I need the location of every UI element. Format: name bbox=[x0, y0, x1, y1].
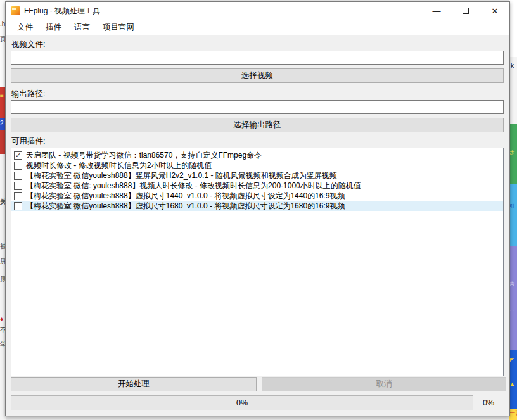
plugin-listbox[interactable]: ✓ 天启团队 - 视频号带货学习微信：tian86570，支持自定义FFmpeg… bbox=[11, 148, 504, 376]
background-right-strip: k 步 引 营 ⌒ ◤ ▲ 一让你 bbox=[509, 0, 517, 420]
plugin-checkbox[interactable]: ✓ bbox=[14, 172, 22, 180]
background-fragment: k bbox=[509, 57, 517, 124]
available-plugins-label: 可用插件: bbox=[11, 136, 45, 147]
background-fragment: 引 bbox=[509, 184, 517, 246]
video-file-label: 视频文件: bbox=[11, 39, 45, 50]
maximize-button[interactable] bbox=[451, 2, 480, 20]
window-controls: — ✕ bbox=[422, 2, 509, 20]
menu-item-file[interactable]: 文件 bbox=[11, 20, 39, 35]
progress-bar-text: 0% bbox=[236, 398, 248, 407]
plugin-label: 【梅花实验室 微信youlesh888】竖屏风景H2v2_v1.0.1 - 随机… bbox=[26, 170, 337, 181]
minimize-icon: — bbox=[433, 6, 441, 16]
menu-item-language[interactable]: 语言 bbox=[68, 20, 96, 35]
minimize-button[interactable]: — bbox=[422, 2, 451, 20]
app-window: FFplug - 视频处理工具 — ✕ 文件 插件 语言 项目官网 视频文件: … bbox=[5, 1, 510, 416]
app-icon bbox=[11, 6, 20, 15]
plugin-checkbox[interactable]: ✓ bbox=[14, 192, 22, 200]
plugin-checkbox[interactable]: ✓ bbox=[14, 182, 22, 190]
plugin-label: 【梅花实验室 微信youlesh888】虚拟尺寸1440_v1.0.0 - 将视… bbox=[26, 191, 345, 201]
plugin-row[interactable]: ✓ 【梅花实验室 微信youlesh888】虚拟尺寸1680_v1.0.0 - … bbox=[11, 201, 503, 211]
plugin-label: 【梅花实验室 微信youlesh888】虚拟尺寸1680_v1.0.0 - 将视… bbox=[26, 201, 345, 212]
plugin-label: 视频时长修改 - 修改视频时长信息为2小时以上的随机值 bbox=[26, 160, 212, 171]
progress-percent-label: 0% bbox=[473, 398, 504, 407]
cancel-button[interactable]: 取消 bbox=[262, 377, 506, 391]
plugin-checkbox[interactable]: ✓ bbox=[14, 162, 22, 170]
menu-item-website[interactable]: 项目官网 bbox=[96, 20, 141, 35]
plugin-checkbox[interactable]: ✓ bbox=[14, 202, 22, 210]
progress-bar: 0% bbox=[11, 395, 473, 410]
plugin-row[interactable]: ✓ 天启团队 - 视频号带货学习微信：tian86570，支持自定义FFmpeg… bbox=[11, 150, 503, 160]
select-video-button[interactable]: 选择视频 bbox=[11, 68, 504, 83]
background-fragment: ◤ ▲ bbox=[509, 350, 517, 409]
output-path-input[interactable] bbox=[11, 100, 504, 114]
menubar: 文件 插件 语言 项目官网 bbox=[6, 20, 509, 35]
close-button[interactable]: ✕ bbox=[480, 2, 509, 20]
menu-item-plugins[interactable]: 插件 bbox=[39, 20, 68, 35]
titlebar[interactable]: FFplug - 视频处理工具 — ✕ bbox=[6, 2, 509, 20]
plugin-row[interactable]: ✓ 视频时长修改 - 修改视频时长信息为2小时以上的随机值 bbox=[11, 160, 503, 170]
maximize-icon bbox=[463, 8, 469, 14]
output-path-label: 输出路径: bbox=[11, 89, 45, 99]
close-icon: ✕ bbox=[492, 6, 499, 16]
background-fragment: 营 ⌒ bbox=[509, 246, 517, 350]
plugin-row[interactable]: ✓ 【梅花实验室 微信youlesh888】虚拟尺寸1440_v1.0.0 - … bbox=[11, 191, 503, 201]
background-fragment: 一让你 bbox=[509, 409, 517, 420]
checkmark-icon: ✓ bbox=[15, 152, 21, 159]
plugin-checkbox[interactable]: ✓ bbox=[14, 151, 22, 160]
plugin-label: 【梅花实验室 微信: youlesh888】视频大时长修改 - 修改视频时长信息… bbox=[26, 181, 361, 191]
plugin-row[interactable]: ✓ 【梅花实验室 微信youlesh888】竖屏风景H2v2_v1.0.1 - … bbox=[11, 170, 503, 181]
background-fragment bbox=[509, 0, 517, 57]
background-fragment: 步 bbox=[509, 124, 517, 184]
select-output-path-button[interactable]: 选择输出路径 bbox=[11, 118, 504, 132]
window-title: FFplug - 视频处理工具 bbox=[24, 6, 100, 16]
plugin-label: 天启团队 - 视频号带货学习微信：tian86570，支持自定义FFmpeg命令 bbox=[26, 150, 262, 161]
start-processing-button[interactable]: 开始处理 bbox=[11, 377, 257, 391]
video-file-input[interactable] bbox=[11, 51, 504, 65]
progress-row: 0% 0% bbox=[11, 395, 504, 410]
plugin-row[interactable]: ✓ 【梅花实验室 微信: youlesh888】视频大时长修改 - 修改视频时长… bbox=[11, 181, 503, 191]
